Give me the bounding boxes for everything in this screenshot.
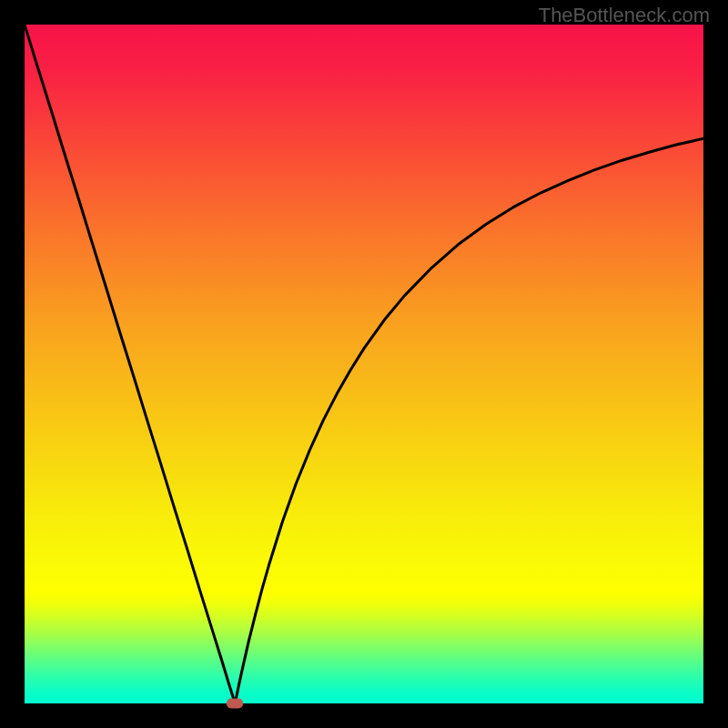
chart-plot-area: [25, 25, 703, 703]
minimum-marker: [227, 699, 243, 709]
chart-curve: [25, 25, 703, 703]
watermark-text: TheBottleneck.com: [539, 4, 710, 27]
